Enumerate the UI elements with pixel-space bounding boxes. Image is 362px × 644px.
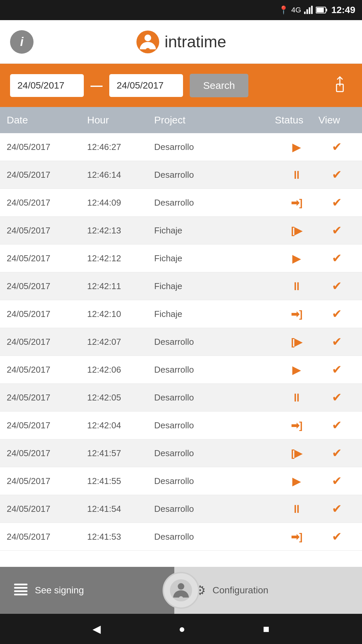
cell-view[interactable]: [318, 502, 355, 516]
cell-hour: 12:44:09: [87, 198, 154, 208]
table-row[interactable]: 24/05/2017 12:46:27 Desarrollo: [0, 133, 362, 161]
cell-view[interactable]: [318, 418, 355, 432]
table-row[interactable]: 24/05/2017 12:42:06 Desarrollo: [0, 356, 362, 384]
pause-icon: [291, 280, 302, 293]
cell-hour: 12:42:11: [87, 281, 154, 291]
cell-hour: 12:46:27: [87, 142, 154, 152]
home-button[interactable]: ●: [179, 623, 185, 635]
cell-date: 24/05/2017: [7, 198, 87, 208]
table-row[interactable]: 24/05/2017 12:42:12 Fichaje: [0, 245, 362, 272]
exit-icon: [291, 420, 303, 431]
center-logo-button[interactable]: [163, 572, 199, 609]
table-row[interactable]: 24/05/2017 12:44:09 Desarrollo: [0, 189, 362, 217]
svg-point-8: [144, 35, 151, 41]
exit-icon: [291, 531, 303, 543]
list-icon: [13, 582, 28, 599]
to-date-input[interactable]: [109, 74, 183, 97]
cell-view[interactable]: [318, 474, 355, 488]
cell-status: [275, 391, 318, 404]
check-icon: [332, 474, 342, 488]
cell-project: Desarrollo: [154, 337, 275, 347]
cell-view[interactable]: [318, 251, 355, 265]
search-button[interactable]: Search: [190, 74, 248, 97]
cell-status: [275, 252, 318, 265]
info-button[interactable]: i: [10, 30, 34, 54]
cell-date: 24/05/2017: [7, 309, 87, 319]
cell-project: Fichaje: [154, 225, 275, 236]
table-row[interactable]: 24/05/2017 12:46:14 Desarrollo: [0, 161, 362, 189]
cell-view[interactable]: [318, 307, 355, 321]
col-view: View: [318, 114, 355, 126]
cell-project: Desarrollo: [154, 476, 275, 486]
cell-date: 24/05/2017: [7, 420, 87, 431]
table-row[interactable]: 24/05/2017 12:41:57 Desarrollo: [0, 439, 362, 467]
table-row[interactable]: 24/05/2017 12:41:54 Desarrollo: [0, 495, 362, 523]
check-icon: [332, 363, 342, 377]
date-separator: —: [90, 78, 103, 93]
cell-project: Desarrollo: [154, 504, 275, 514]
table-body: 24/05/2017 12:46:27 Desarrollo 24/05/201…: [0, 133, 362, 551]
cell-project: Desarrollo: [154, 142, 275, 152]
cell-hour: 12:42:13: [87, 225, 154, 236]
check-icon: [332, 418, 342, 432]
cell-view[interactable]: [318, 168, 355, 182]
cell-status: [275, 531, 318, 543]
table-row[interactable]: 24/05/2017 12:42:05 Desarrollo: [0, 384, 362, 412]
table-row[interactable]: 24/05/2017 12:42:11 Fichaje: [0, 272, 362, 300]
table-row[interactable]: 24/05/2017 12:41:55 Desarrollo: [0, 467, 362, 495]
configuration-nav[interactable]: ⚙ Configuration: [174, 567, 362, 614]
share-button[interactable]: [328, 72, 352, 99]
cell-view[interactable]: [318, 530, 355, 544]
cell-status: [275, 363, 318, 376]
cell-view[interactable]: [318, 223, 355, 237]
records-table: Date Hour Project Status View 24/05/2017…: [0, 107, 362, 567]
enter-icon: [291, 336, 302, 348]
see-signing-label: See signing: [35, 585, 84, 596]
cell-status: [275, 502, 318, 516]
exit-icon: [291, 308, 303, 320]
cell-view[interactable]: [318, 390, 355, 405]
table-row[interactable]: 24/05/2017 12:42:13 Fichaje: [0, 217, 362, 245]
cell-hour: 12:41:55: [87, 476, 154, 486]
table-row[interactable]: 24/05/2017 12:42:07 Desarrollo: [0, 328, 362, 356]
cell-date: 24/05/2017: [7, 225, 87, 236]
svg-rect-11: [14, 584, 27, 585]
cell-hour: 12:46:14: [87, 170, 154, 180]
logo-text: intratime: [165, 33, 226, 51]
check-icon: [332, 390, 342, 405]
back-button[interactable]: ◀: [93, 623, 101, 635]
check-icon: [332, 307, 342, 321]
cell-status: [275, 140, 318, 154]
table-row[interactable]: 24/05/2017 12:42:04 Desarrollo: [0, 412, 362, 439]
svg-rect-1: [307, 9, 308, 14]
cell-view[interactable]: [318, 279, 355, 293]
svg-rect-13: [14, 590, 27, 592]
cell-hour: 12:42:12: [87, 253, 154, 264]
cell-view[interactable]: [318, 140, 355, 154]
play-icon: [292, 140, 301, 154]
table-row[interactable]: 24/05/2017 12:41:53 Desarrollo: [0, 523, 362, 551]
configuration-label: Configuration: [213, 585, 268, 596]
cell-project: Desarrollo: [154, 198, 275, 208]
cell-project: Fichaje: [154, 253, 275, 264]
check-icon: [332, 502, 342, 516]
col-status: Status: [275, 114, 318, 126]
table-row[interactable]: 24/05/2017 12:42:10 Fichaje: [0, 300, 362, 328]
cell-status: [275, 280, 318, 293]
cell-view[interactable]: [318, 196, 355, 210]
cell-view[interactable]: [318, 446, 355, 460]
cell-hour: 12:42:06: [87, 365, 154, 375]
recent-button[interactable]: ■: [263, 623, 269, 635]
cell-date: 24/05/2017: [7, 365, 87, 375]
cell-view[interactable]: [318, 335, 355, 349]
cell-view[interactable]: [318, 363, 355, 377]
cell-status: [275, 336, 318, 348]
cell-hour: 12:42:07: [87, 337, 154, 347]
see-signing-nav[interactable]: See signing: [0, 567, 174, 614]
status-icons: 📍 4G: [279, 5, 327, 15]
check-icon: [332, 223, 342, 237]
table-header: Date Hour Project Status View: [0, 107, 362, 133]
signal-bars-icon: [304, 5, 313, 15]
col-date: Date: [7, 114, 87, 126]
from-date-input[interactable]: [10, 74, 84, 97]
